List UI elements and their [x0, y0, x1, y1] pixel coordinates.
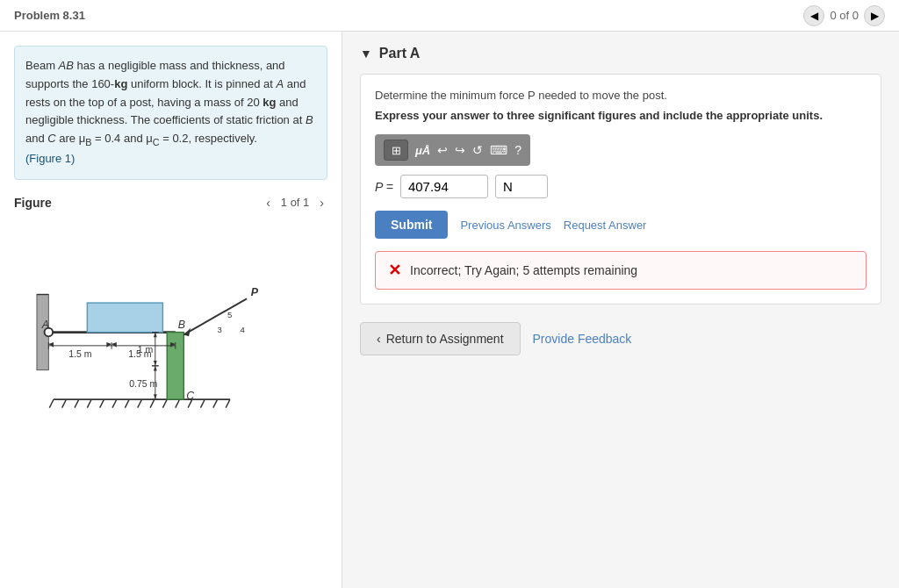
problem-title: Problem 8.31	[14, 9, 85, 22]
return-btn-label: Return to Assignment	[386, 332, 504, 346]
submit-button[interactable]: Submit	[375, 211, 448, 239]
incorrect-icon: ✕	[388, 261, 401, 280]
svg-text:3: 3	[217, 324, 221, 333]
svg-text:1.5 m: 1.5 m	[68, 348, 92, 359]
figure-label: Figure	[14, 196, 52, 210]
svg-line-7	[125, 399, 129, 408]
answer-units-input[interactable]	[495, 175, 548, 198]
figure-svg: A B C	[31, 227, 312, 420]
svg-marker-32	[111, 342, 117, 348]
return-to-assignment-button[interactable]: ‹ Return to Assignment	[360, 322, 521, 355]
incorrect-box: ✕ Incorrect; Try Again; 5 attempts remai…	[375, 251, 867, 290]
answer-label: P =	[375, 180, 393, 194]
figure-area: A B C	[14, 219, 327, 574]
part-content: Determine the minimum force P needed to …	[360, 74, 881, 305]
svg-marker-40	[153, 361, 156, 366]
svg-marker-31	[106, 342, 111, 348]
svg-text:4: 4	[240, 324, 245, 333]
svg-line-3	[75, 399, 79, 408]
part-header: ▼ Part A	[360, 46, 881, 61]
request-answer-link[interactable]: Request Answer	[564, 219, 647, 232]
svg-text:5: 5	[227, 310, 232, 319]
next-nav-btn[interactable]: ▶	[864, 5, 885, 26]
svg-text:1 m: 1 m	[137, 344, 153, 355]
svg-text:A: A	[40, 319, 48, 331]
previous-answers-link[interactable]: Previous Answers	[460, 219, 550, 232]
problem-text-box: Beam AB has a negligible mass and thickn…	[14, 46, 327, 180]
main-layout: Beam AB has a negligible mass and thickn…	[0, 32, 899, 588]
problem-description: Beam AB has a negligible mass and thickn…	[25, 59, 313, 145]
svg-line-10	[162, 399, 167, 408]
keyboard-icon[interactable]: ⌨	[490, 143, 507, 157]
svg-text:B: B	[177, 319, 184, 331]
refresh-icon[interactable]: ↺	[472, 143, 483, 157]
nav-text: 0 of 0	[830, 9, 859, 22]
input-toolbar: ⊞ μÅ ↩ ↪ ↺ ⌨ ?	[375, 134, 530, 166]
express-text: Express your answer to three significant…	[375, 109, 867, 122]
svg-line-5	[99, 399, 104, 408]
provide-feedback-link[interactable]: Provide Feedback	[533, 332, 632, 346]
right-panel: ▼ Part A Determine the minimum force P n…	[342, 32, 899, 588]
svg-line-11	[175, 399, 179, 408]
svg-text:C: C	[186, 390, 195, 402]
question-text: Determine the minimum force P needed to …	[375, 89, 867, 102]
prev-nav-btn[interactable]: ◀	[803, 5, 824, 26]
svg-marker-45	[153, 366, 156, 371]
figure-nav: ‹ 1 of 1 ›	[263, 194, 327, 212]
help-icon[interactable]: ?	[514, 143, 521, 157]
top-bar: Problem 8.31 ◀ 0 of 0 ▶	[0, 0, 899, 32]
answer-value-input[interactable]	[400, 175, 488, 198]
figure-prev-btn[interactable]: ‹	[263, 194, 274, 212]
undo-icon[interactable]: ↩	[437, 143, 448, 157]
figure-page: 1 of 1	[281, 196, 310, 209]
matrix-btn[interactable]: ⊞	[384, 140, 408, 161]
submit-row: Submit Previous Answers Request Answer	[375, 211, 867, 239]
part-title: Part A	[379, 46, 421, 61]
svg-line-14	[212, 399, 217, 408]
svg-line-48	[183, 298, 247, 334]
figure-ref: (Figure 1)	[25, 152, 75, 165]
left-panel: Beam AB has a negligible mass and thickn…	[0, 32, 342, 588]
figure-next-btn[interactable]: ›	[316, 194, 327, 212]
svg-line-8	[137, 399, 141, 408]
return-arrow-icon: ‹	[377, 332, 381, 346]
top-nav: ◀ 0 of 0 ▶	[803, 5, 885, 26]
incorrect-message: Incorrect; Try Again; 5 attempts remaini…	[410, 263, 637, 277]
mu-btn[interactable]: μÅ	[415, 144, 430, 157]
figure-label-row: Figure ‹ 1 of 1 ›	[14, 194, 327, 212]
part-arrow-icon: ▼	[360, 47, 372, 61]
matrix-icon: ⊞	[392, 144, 401, 157]
answer-row: P =	[375, 175, 867, 198]
svg-line-1	[49, 399, 54, 408]
svg-marker-30	[48, 342, 54, 348]
redo-icon[interactable]: ↪	[455, 143, 465, 157]
svg-line-15	[226, 399, 230, 408]
svg-line-4	[87, 399, 91, 408]
svg-text:P: P	[250, 286, 258, 298]
svg-rect-21	[87, 303, 162, 332]
svg-line-6	[112, 399, 117, 408]
svg-line-2	[61, 399, 66, 408]
bottom-actions: ‹ Return to Assignment Provide Feedback	[360, 322, 881, 355]
svg-line-13	[200, 399, 205, 408]
svg-text:0.75 m: 0.75 m	[129, 378, 157, 389]
svg-line-9	[150, 399, 155, 408]
